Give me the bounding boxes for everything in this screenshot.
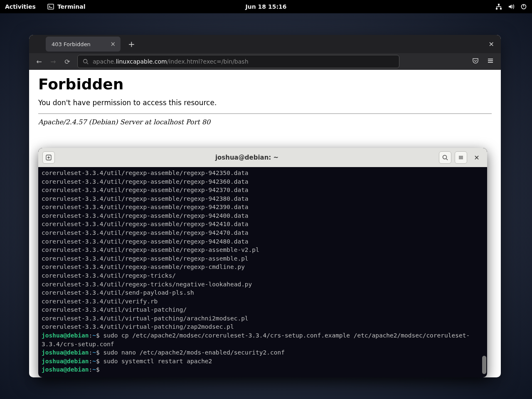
server-signature: Apache/2.4.57 (Debian) Server at localho… xyxy=(38,118,492,126)
browser-toolbar: ← → ⟳ apache.linuxcapable.com/index.html… xyxy=(29,53,501,70)
terminal-search-button[interactable] xyxy=(439,151,451,164)
network-icon[interactable] xyxy=(495,3,502,10)
app-menu-terminal[interactable]: Terminal xyxy=(47,3,86,10)
tab-title: 403 Forbidden xyxy=(52,41,91,47)
svg-point-14 xyxy=(443,155,447,159)
terminal-output-line: coreruleset-3.3.4/util/regexp-assemble/r… xyxy=(42,186,484,195)
terminal-output-line: coreruleset-3.3.4/util/regexp-tricks/neg… xyxy=(42,280,484,289)
svg-rect-3 xyxy=(500,8,502,10)
terminal-output-line: coreruleset-3.3.4/util/virtual-patching/… xyxy=(42,323,484,331)
svg-line-7 xyxy=(87,63,89,64)
terminal-output-line: coreruleset-3.3.4/util/regexp-assemble/r… xyxy=(42,254,484,263)
browser-tab[interactable]: 403 Forbidden × xyxy=(46,37,121,52)
terminal-output-line: coreruleset-3.3.4/util/regexp-assemble/r… xyxy=(42,229,484,237)
volume-icon[interactable] xyxy=(508,3,515,10)
svg-point-6 xyxy=(84,59,87,63)
terminal-wrap-line: 3.3.4/crs-setup.conf xyxy=(42,340,484,349)
app-menu-label: Terminal xyxy=(57,3,86,10)
activities-button[interactable]: Activities xyxy=(5,3,36,10)
terminal-output-line: coreruleset-3.3.4/util/regexp-assemble/r… xyxy=(42,237,484,246)
terminal-output-line: coreruleset-3.3.4/util/regexp-assemble/r… xyxy=(42,203,484,212)
power-icon[interactable] xyxy=(520,3,527,10)
page-content: Forbidden You don't have permission to a… xyxy=(29,70,501,132)
new-tab-button[interactable]: + xyxy=(125,39,138,49)
terminal-prompt-line: joshua@debian:~$ xyxy=(42,365,484,374)
divider xyxy=(38,113,492,114)
url-text: apache.linuxcapable.com/index.html?exec=… xyxy=(93,58,249,65)
url-bar[interactable]: apache.linuxcapable.com/index.html?exec=… xyxy=(77,55,399,68)
pocket-icon[interactable] xyxy=(471,57,480,66)
terminal-output-line: coreruleset-3.3.4/util/regexp-assemble/r… xyxy=(42,212,484,220)
terminal-title: joshua@debian: ~ xyxy=(58,154,436,161)
terminal-output-line: coreruleset-3.3.4/util/regexp-assemble/r… xyxy=(42,177,484,186)
plus-tab-icon xyxy=(45,154,52,161)
search-icon xyxy=(83,59,89,64)
hamburger-menu-icon[interactable] xyxy=(486,57,495,66)
terminal-output-line: coreruleset-3.3.4/util/verify.rb xyxy=(42,297,484,306)
terminal-prompt-line: joshua@debian:~$ sudo cp /etc/apache2/mo… xyxy=(42,331,484,340)
browser-tabbar: 403 Forbidden × + ✕ xyxy=(29,35,501,53)
nav-forward-button[interactable]: → xyxy=(49,58,57,66)
terminal-output-line: coreruleset-3.3.4/util/send-payload-pls.… xyxy=(42,288,484,297)
terminal-prompt-line: joshua@debian:~$ sudo nano /etc/apache2/… xyxy=(42,348,484,357)
svg-line-15 xyxy=(446,159,448,160)
window-close-button[interactable]: ✕ xyxy=(489,40,494,48)
scrollbar-thumb[interactable] xyxy=(482,356,486,374)
terminal-headerbar: joshua@debian: ~ ✕ xyxy=(38,148,487,167)
terminal-output-line: coreruleset-3.3.4/util/regexp-tricks/ xyxy=(42,271,484,280)
terminal-output-line: coreruleset-3.3.4/util/virtual-patching/ xyxy=(42,305,484,314)
nav-reload-button[interactable]: ⟳ xyxy=(63,58,71,66)
terminal-output-line: coreruleset-3.3.4/util/regexp-assemble/r… xyxy=(42,246,484,254)
svg-rect-0 xyxy=(48,4,54,9)
hamburger-menu-icon xyxy=(458,154,464,161)
terminal-output-line: coreruleset-3.3.4/util/regexp-assemble/r… xyxy=(42,220,484,229)
clock[interactable]: Jun 18 15:16 xyxy=(246,3,287,10)
terminal-output-line: coreruleset-3.3.4/util/regexp-assemble/r… xyxy=(42,169,484,177)
terminal-output-line: coreruleset-3.3.4/util/virtual-patching/… xyxy=(42,314,484,323)
terminal-output-line: coreruleset-3.3.4/util/regexp-assemble/r… xyxy=(42,195,484,203)
gnome-topbar: Activities Terminal Jun 18 15:16 xyxy=(0,0,532,13)
terminal-body[interactable]: coreruleset-3.3.4/util/regexp-assemble/r… xyxy=(38,167,487,377)
terminal-close-button[interactable]: ✕ xyxy=(470,154,483,162)
page-title: Forbidden xyxy=(38,76,492,93)
search-icon xyxy=(442,154,448,161)
new-tab-terminal-button[interactable] xyxy=(42,151,55,164)
terminal-menu-button[interactable] xyxy=(455,151,467,164)
terminal-icon xyxy=(47,3,54,10)
tab-close-icon[interactable]: × xyxy=(110,40,116,48)
svg-rect-1 xyxy=(498,4,500,5)
svg-rect-2 xyxy=(496,8,498,10)
terminal-output-line: coreruleset-3.3.4/util/regexp-assemble/r… xyxy=(42,263,484,271)
page-message: You don't have permission to access this… xyxy=(38,99,492,107)
nav-back-button[interactable]: ← xyxy=(35,58,43,66)
terminal-prompt-line: joshua@debian:~$ sudo systemctl restart … xyxy=(42,357,484,366)
gnome-terminal-window: joshua@debian: ~ ✕ coreruleset-3.3.4/uti… xyxy=(38,148,487,377)
